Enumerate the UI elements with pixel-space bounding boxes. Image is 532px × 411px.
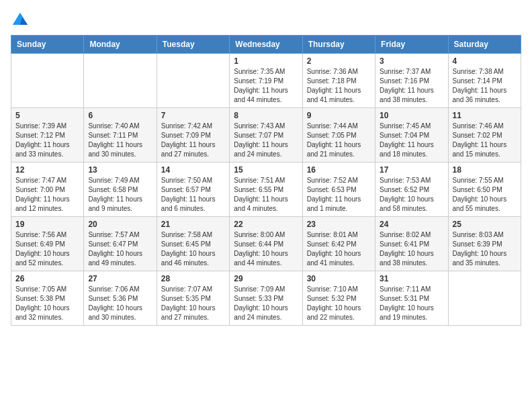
calendar-cell: 22Sunrise: 8:00 AMSunset: 6:44 PMDayligh… [230,217,302,271]
day-number: 10 [380,111,443,120]
calendar-cell: 10Sunrise: 7:45 AMSunset: 7:04 PMDayligh… [375,108,448,163]
calendar-cell: 14Sunrise: 7:50 AMSunset: 6:57 PMDayligh… [157,163,229,217]
calendar-week-5: 26Sunrise: 7:05 AMSunset: 5:38 PMDayligh… [11,271,521,326]
day-number: 14 [161,165,225,175]
calendar-cell: 25Sunrise: 8:03 AMSunset: 6:39 PMDayligh… [448,217,521,271]
day-info: Sunrise: 7:09 AMSunset: 5:33 PMDaylight:… [234,285,298,322]
day-info: Sunrise: 7:06 AMSunset: 5:36 PMDaylight:… [88,285,152,322]
day-info: Sunrise: 7:11 AMSunset: 5:31 PMDaylight:… [380,285,443,322]
day-info: Sunrise: 7:51 AMSunset: 6:55 PMDaylight:… [234,176,298,214]
day-info: Sunrise: 7:36 AMSunset: 7:18 PMDaylight:… [307,67,371,105]
calendar-cell: 21Sunrise: 7:58 AMSunset: 6:45 PMDayligh… [157,217,229,271]
day-number: 9 [307,111,371,120]
col-header-saturday: Saturday [448,36,521,54]
calendar-cell: 30Sunrise: 7:10 AMSunset: 5:32 PMDayligh… [302,271,375,326]
calendar-cell: 9Sunrise: 7:44 AMSunset: 7:05 PMDaylight… [302,108,375,163]
calendar-cell: 1Sunrise: 7:35 AMSunset: 7:19 PMDaylight… [230,54,302,108]
day-number: 16 [307,165,371,175]
calendar-cell: 3Sunrise: 7:37 AMSunset: 7:16 PMDaylight… [375,54,448,108]
day-number: 4 [453,56,517,66]
day-info: Sunrise: 7:39 AMSunset: 7:12 PMDaylight:… [15,122,79,159]
calendar-cell: 31Sunrise: 7:11 AMSunset: 5:31 PMDayligh… [375,271,448,326]
day-number: 3 [380,56,443,66]
calendar-cell: 20Sunrise: 7:57 AMSunset: 6:47 PMDayligh… [84,217,157,271]
day-number: 21 [161,220,225,229]
day-number: 8 [234,111,298,120]
day-info: Sunrise: 7:47 AMSunset: 7:00 PMDaylight:… [15,176,79,214]
day-info: Sunrise: 7:56 AMSunset: 6:49 PMDaylight:… [15,230,79,268]
day-number: 30 [307,274,371,283]
day-number: 11 [453,111,517,120]
calendar-cell: 27Sunrise: 7:06 AMSunset: 5:36 PMDayligh… [84,271,157,326]
calendar-cell: 4Sunrise: 7:38 AMSunset: 7:14 PMDaylight… [448,54,521,108]
day-info: Sunrise: 7:53 AMSunset: 6:52 PMDaylight:… [380,176,443,214]
day-number: 13 [88,165,152,175]
day-number: 22 [234,220,298,229]
calendar-week-3: 12Sunrise: 7:47 AMSunset: 7:00 PMDayligh… [11,163,521,217]
col-header-thursday: Thursday [302,36,375,54]
day-info: Sunrise: 7:05 AMSunset: 5:38 PMDaylight:… [15,285,79,322]
calendar-cell: 15Sunrise: 7:51 AMSunset: 6:55 PMDayligh… [230,163,302,217]
day-info: Sunrise: 7:45 AMSunset: 7:04 PMDaylight:… [380,122,443,159]
calendar-cell: 24Sunrise: 8:02 AMSunset: 6:41 PMDayligh… [375,217,448,271]
calendar-cell: 18Sunrise: 7:55 AMSunset: 6:50 PMDayligh… [448,163,521,217]
day-info: Sunrise: 7:46 AMSunset: 7:02 PMDaylight:… [453,122,517,159]
calendar-cell: 26Sunrise: 7:05 AMSunset: 5:38 PMDayligh… [11,271,84,326]
calendar-week-1: 1Sunrise: 7:35 AMSunset: 7:19 PMDaylight… [11,54,521,108]
calendar-cell: 2Sunrise: 7:36 AMSunset: 7:18 PMDaylight… [302,54,375,108]
day-number: 19 [15,220,79,229]
day-info: Sunrise: 8:00 AMSunset: 6:44 PMDaylight:… [234,230,298,268]
day-number: 5 [15,111,79,120]
col-header-monday: Monday [84,36,157,54]
day-number: 2 [307,56,371,66]
calendar-cell: 19Sunrise: 7:56 AMSunset: 6:49 PMDayligh… [11,217,84,271]
col-header-friday: Friday [375,36,448,54]
day-number: 1 [234,56,298,66]
calendar-cell: 8Sunrise: 7:43 AMSunset: 7:07 PMDaylight… [230,108,302,163]
calendar-cell [11,54,84,108]
day-info: Sunrise: 7:49 AMSunset: 6:58 PMDaylight:… [88,176,152,214]
col-header-wednesday: Wednesday [230,36,302,54]
day-info: Sunrise: 7:57 AMSunset: 6:47 PMDaylight:… [88,230,152,268]
calendar-cell: 11Sunrise: 7:46 AMSunset: 7:02 PMDayligh… [448,108,521,163]
calendar-table: SundayMondayTuesdayWednesdayThursdayFrid… [11,35,521,326]
calendar-cell: 7Sunrise: 7:42 AMSunset: 7:09 PMDaylight… [157,108,229,163]
day-number: 29 [234,274,298,283]
day-info: Sunrise: 8:01 AMSunset: 6:42 PMDaylight:… [307,230,371,268]
calendar-header-row: SundayMondayTuesdayWednesdayThursdayFrid… [11,36,521,54]
calendar-cell: 28Sunrise: 7:07 AMSunset: 5:35 PMDayligh… [157,271,229,326]
day-info: Sunrise: 7:40 AMSunset: 7:11 PMDaylight:… [88,122,152,159]
day-info: Sunrise: 7:42 AMSunset: 7:09 PMDaylight:… [161,122,225,159]
col-header-sunday: Sunday [11,36,84,54]
day-info: Sunrise: 8:03 AMSunset: 6:39 PMDaylight:… [453,230,517,268]
calendar-cell: 12Sunrise: 7:47 AMSunset: 7:00 PMDayligh… [11,163,84,217]
day-info: Sunrise: 7:35 AMSunset: 7:19 PMDaylight:… [234,67,298,105]
day-number: 31 [380,274,443,283]
day-number: 17 [380,165,443,175]
day-number: 27 [88,274,152,283]
calendar-cell: 5Sunrise: 7:39 AMSunset: 7:12 PMDaylight… [11,108,84,163]
day-info: Sunrise: 7:37 AMSunset: 7:16 PMDaylight:… [380,67,443,105]
day-info: Sunrise: 7:58 AMSunset: 6:45 PMDaylight:… [161,230,225,268]
calendar-cell: 6Sunrise: 7:40 AMSunset: 7:11 PMDaylight… [84,108,157,163]
day-number: 23 [307,220,371,229]
calendar-cell: 17Sunrise: 7:53 AMSunset: 6:52 PMDayligh… [375,163,448,217]
day-info: Sunrise: 8:02 AMSunset: 6:41 PMDaylight:… [380,230,443,268]
day-info: Sunrise: 7:55 AMSunset: 6:50 PMDaylight:… [453,176,517,214]
day-info: Sunrise: 7:07 AMSunset: 5:35 PMDaylight:… [161,285,225,322]
logo-icon [11,11,30,30]
day-number: 24 [380,220,443,229]
day-number: 20 [88,220,152,229]
day-number: 18 [453,165,517,175]
col-header-tuesday: Tuesday [157,36,229,54]
calendar-cell: 29Sunrise: 7:09 AMSunset: 5:33 PMDayligh… [230,271,302,326]
page-header [11,11,521,30]
day-number: 12 [15,165,79,175]
calendar-week-2: 5Sunrise: 7:39 AMSunset: 7:12 PMDaylight… [11,108,521,163]
day-info: Sunrise: 7:10 AMSunset: 5:32 PMDaylight:… [307,285,371,322]
calendar-week-4: 19Sunrise: 7:56 AMSunset: 6:49 PMDayligh… [11,217,521,271]
calendar-cell: 13Sunrise: 7:49 AMSunset: 6:58 PMDayligh… [84,163,157,217]
calendar-cell: 23Sunrise: 8:01 AMSunset: 6:42 PMDayligh… [302,217,375,271]
day-number: 7 [161,111,225,120]
day-info: Sunrise: 7:50 AMSunset: 6:57 PMDaylight:… [161,176,225,214]
